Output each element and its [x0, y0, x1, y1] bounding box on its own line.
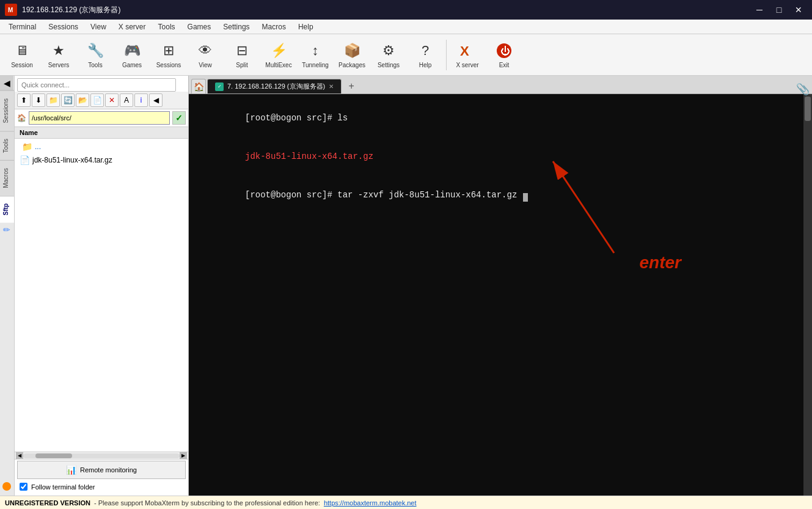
split-icon: ⊟: [232, 41, 252, 60]
menu-item-sessions[interactable]: Sessions: [42, 21, 84, 32]
xserver-toolbar-button[interactable]: XX server: [450, 37, 485, 73]
main-area: ◀SessionsToolsMacrosSftp✏ ⬆ ⬇ 📁 🔄 📂 📄 ✕ …: [0, 76, 812, 496]
file-tool-download[interactable]: ⬇: [32, 93, 45, 107]
terminal-output[interactable]: [root@bogon src]# ls jdk-8u51-linux-x64.…: [189, 94, 803, 496]
tab-home-button[interactable]: 🏠: [191, 79, 206, 93]
terminal-scrollbar[interactable]: [803, 94, 812, 496]
file-tool-refresh[interactable]: 🔄: [61, 93, 75, 107]
file-tool-new-file[interactable]: 📄: [90, 93, 104, 107]
split-toolbar-label: Split: [236, 62, 247, 68]
folder-icon: 📁: [22, 142, 32, 152]
file-list: 📁...📄jdk-8u51-linux-x64.tar.gz: [15, 139, 188, 452]
title-text: 192.168.126.129 (京淘服务器): [22, 5, 751, 15]
quick-connect-input[interactable]: [17, 78, 176, 92]
titlebar: M 192.168.126.129 (京淘服务器) ─ □ ✕: [0, 0, 812, 20]
packages-toolbar-button[interactable]: 📦Packages: [335, 37, 369, 73]
session-toolbar-button[interactable]: 🖥Session: [5, 37, 39, 73]
sidebar-collapse-button[interactable]: ◀: [0, 76, 13, 90]
file-item-1[interactable]: 📄jdk-8u51-linux-x64.tar.gz: [15, 153, 188, 167]
file-tool-rename[interactable]: A: [120, 93, 133, 107]
menu-item-tools[interactable]: Tools: [152, 21, 181, 32]
home-icon[interactable]: 🏠: [17, 114, 26, 122]
scroll-left-button[interactable]: ◀: [16, 452, 23, 460]
term-line-3: [root@bogon src]# tar -zxvf jdk-8u51-lin…: [194, 176, 799, 214]
svg-text:M: M: [8, 7, 13, 13]
menu-item-games[interactable]: Games: [181, 21, 218, 32]
file-tool-new-folder[interactable]: 📁: [46, 93, 60, 107]
exit-toolbar-button[interactable]: ⏻Exit: [487, 37, 521, 73]
term-prompt-1: [root@bogon src]#: [245, 113, 337, 123]
svg-text:⏻: ⏻: [500, 46, 510, 56]
horizontal-scrollbar[interactable]: ◀ ▶: [15, 452, 188, 459]
games-toolbar-label: Games: [122, 62, 142, 68]
games-toolbar-button[interactable]: 🎮Games: [115, 37, 149, 73]
column-name-label: Name: [20, 129, 38, 136]
view-icon: 👁: [196, 41, 215, 60]
scroll-thumb[interactable]: [35, 453, 72, 458]
term-line-1: [root@bogon src]# ls: [194, 99, 799, 137]
settings-icon: ⚙: [379, 41, 398, 60]
tab-label: 7. 192.168.126.129 (京淘服务器): [227, 82, 325, 91]
tab-close-button[interactable]: ✕: [329, 83, 334, 90]
sidebar-tab-tools[interactable]: Tools: [0, 131, 14, 160]
terminal-tab-active[interactable]: ✓ 7. 192.168.126.129 (京淘服务器) ✕: [207, 79, 342, 93]
sidebar-tab-macros[interactable]: Macros: [0, 160, 14, 196]
view-toolbar-button[interactable]: 👁View: [188, 37, 222, 73]
close-button[interactable]: ✕: [790, 4, 807, 16]
multiexec-toolbar-button[interactable]: ⚡MultiExec: [262, 37, 296, 73]
help-toolbar-label: Help: [419, 62, 432, 68]
help-toolbar-button[interactable]: ?Help: [408, 37, 442, 73]
packages-toolbar-label: Packages: [338, 62, 365, 68]
remote-monitoring-button[interactable]: 📊 Remote monitoring: [17, 461, 186, 479]
toolbar: 🖥Session★Servers🔧Tools🎮Games⊞Sessions👁Vi…: [0, 34, 812, 76]
tunneling-toolbar-button[interactable]: ↕Tunneling: [298, 37, 332, 73]
view-toolbar-label: View: [199, 62, 212, 68]
sessions-toolbar-button[interactable]: ⊞Sessions: [152, 37, 186, 73]
menu-item-terminal[interactable]: Terminal: [2, 21, 42, 32]
sidebar-tab-sessions[interactable]: Sessions: [0, 90, 14, 131]
menubar: TerminalSessionsViewX serverToolsGamesSe…: [0, 20, 812, 34]
term-prompt-3: [root@bogon src]#: [245, 190, 337, 200]
term-line-2: jdk-8u51-linux-x64.tar.gz: [194, 137, 799, 176]
settings-toolbar-label: Settings: [378, 62, 400, 68]
minimize-button[interactable]: ─: [751, 4, 768, 16]
sftp-edit-icon[interactable]: ✏: [0, 222, 13, 237]
servers-toolbar-label: Servers: [48, 62, 69, 68]
term-cmd-3: tar -zxvf jdk-8u51-linux-x64.tar.gz: [337, 190, 522, 200]
xserver-toolbar-label: X server: [456, 62, 478, 68]
file-tool-upload[interactable]: ⬆: [17, 93, 31, 107]
tools-toolbar-button[interactable]: 🔧Tools: [78, 37, 112, 73]
menu-item-help[interactable]: Help: [292, 21, 320, 32]
menu-item-x server[interactable]: X server: [112, 21, 152, 32]
follow-folder-checkbox[interactable]: [20, 483, 27, 491]
file-tool-info[interactable]: i: [134, 93, 148, 107]
attach-icon[interactable]: 📎: [796, 82, 810, 96]
file-panel: ⬆ ⬇ 📁 🔄 📂 📄 ✕ A i ◀ 🏠 ✓ Name 📁...📄jdk-8u…: [15, 76, 189, 496]
tab-connection-icon: ✓: [215, 82, 224, 91]
sessions-toolbar-label: Sessions: [156, 62, 181, 68]
maximize-button[interactable]: □: [770, 4, 788, 16]
file-list-header: Name: [15, 127, 188, 139]
servers-toolbar-button[interactable]: ★Servers: [42, 37, 76, 73]
status-link[interactable]: https://mobaxterm.mobatek.net: [324, 499, 417, 507]
path-ok-button[interactable]: ✓: [172, 111, 186, 125]
file-tool-open[interactable]: 📂: [76, 93, 89, 107]
path-input[interactable]: [29, 111, 170, 125]
remote-monitoring-label: Remote monitoring: [80, 466, 137, 474]
settings-toolbar-button[interactable]: ⚙Settings: [371, 37, 406, 73]
file-item-0[interactable]: 📁...: [15, 140, 188, 153]
split-toolbar-button[interactable]: ⊟Split: [225, 37, 259, 73]
terminal-scroll-thumb[interactable]: [805, 97, 811, 121]
tab-bar: 🏠 ✓ 7. 192.168.126.129 (京淘服务器) ✕ +: [189, 76, 812, 94]
menu-item-view[interactable]: View: [84, 21, 112, 32]
menu-item-macros[interactable]: Macros: [256, 21, 292, 32]
sidebar-tabs: ◀SessionsToolsMacrosSftp✏: [0, 76, 15, 496]
file-tool-delete[interactable]: ✕: [105, 93, 119, 107]
scroll-right-button[interactable]: ▶: [180, 452, 187, 460]
menu-item-settings[interactable]: Settings: [217, 21, 255, 32]
file-tool-collapse[interactable]: ◀: [149, 93, 163, 107]
tunneling-icon: ↕: [305, 41, 325, 60]
exit-toolbar-label: Exit: [499, 62, 510, 68]
new-tab-button[interactable]: +: [344, 79, 359, 93]
sidebar-tab-sftp[interactable]: Sftp: [0, 196, 14, 222]
